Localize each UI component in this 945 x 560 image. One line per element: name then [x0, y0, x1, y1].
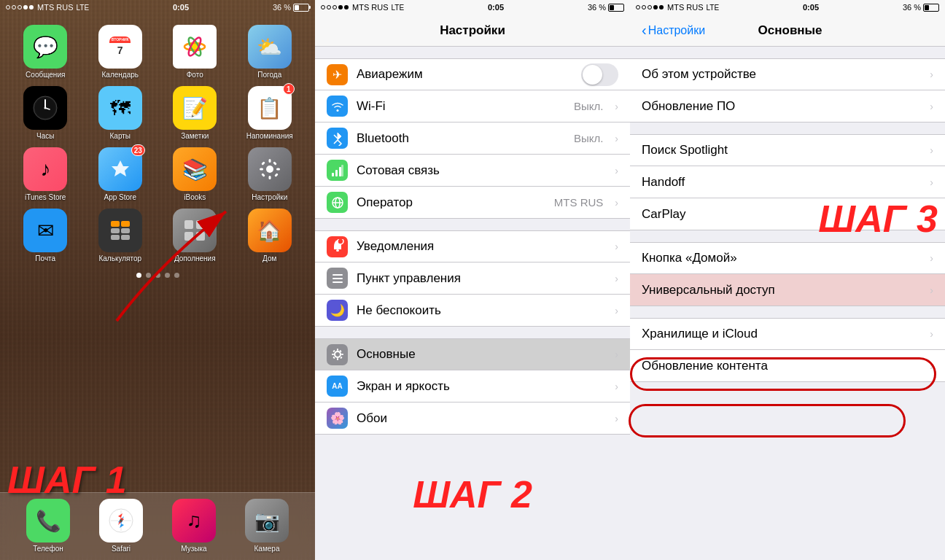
- svg-rect-15: [274, 173, 279, 177]
- control-chevron: ›: [615, 273, 618, 284]
- general-cell-update[interactable]: Обновление ПО ›: [630, 90, 945, 122]
- page-dots: [0, 273, 315, 278]
- control-icon: [327, 268, 348, 289]
- app-calendar[interactable]: ВТОРНИК 7 Календарь: [87, 25, 155, 79]
- wallpaper-icon: 🌸: [327, 408, 348, 429]
- spotlight-chevron: ›: [930, 144, 933, 156]
- settings-cell-wallpaper[interactable]: 🌸 Обои ›: [315, 402, 630, 435]
- battery-percent-1: 36 %: [273, 3, 291, 12]
- settings-group2: Уведомления › Пункт управления › 🌙 Не: [315, 230, 630, 327]
- airplane-icon: ✈: [327, 64, 348, 85]
- settings-cell-airplane[interactable]: ✈ Авиарежим: [315, 58, 630, 90]
- svg-rect-11: [268, 176, 271, 179]
- notifications-label: Уведомления: [357, 239, 606, 254]
- app-itunes-icon: ♪: [23, 147, 67, 191]
- bgupdate-label: Обновление контента: [642, 359, 921, 373]
- app-clock[interactable]: Часы: [12, 86, 79, 140]
- display-icon: AA: [327, 376, 348, 397]
- cellular-icon: [327, 160, 348, 181]
- airplane-toggle[interactable]: [581, 63, 618, 86]
- general-cell-homebutton[interactable]: Кнопка «Домой» ›: [630, 242, 945, 274]
- app-settings-icon: [248, 147, 292, 191]
- svg-rect-18: [111, 221, 120, 227]
- cal-weekday: ВТОРНИК: [109, 36, 131, 43]
- settings-cell-notifications[interactable]: Уведомления ›: [315, 230, 630, 262]
- app-appstore[interactable]: 23 App Store: [87, 147, 155, 201]
- svg-rect-45: [332, 274, 343, 276]
- svg-rect-20: [111, 228, 120, 233]
- iphone-settings: MTS RUS LTE 0:05 36 % Настройки ✈ Авиаре…: [315, 0, 630, 560]
- operator-label: Оператор: [357, 195, 545, 210]
- step1-label: ШАГ 1: [7, 458, 127, 502]
- general-cell-handoff[interactable]: Handoff ›: [630, 166, 945, 198]
- dock-camera[interactable]: 📷 Камера: [245, 499, 289, 553]
- network-label: LTE: [77, 4, 90, 12]
- general-cell-spotlight[interactable]: Поиск Spotlight ›: [630, 134, 945, 166]
- app-home[interactable]: 🏠 Дом: [236, 209, 304, 262]
- app-calc-label: Калькулятор: [98, 254, 141, 262]
- settings-nav-bar: Настройки: [315, 15, 630, 47]
- bluetooth-label: Bluetooth: [357, 131, 565, 146]
- app-settings[interactable]: Настройки: [236, 147, 304, 201]
- dock-music[interactable]: ♫ Музыка: [172, 499, 216, 553]
- app-photos[interactable]: Фото: [161, 25, 229, 79]
- page-dot-4: [165, 273, 170, 278]
- settings-cell-display[interactable]: AA Экран и яркость ›: [315, 370, 630, 402]
- svg-rect-46: [332, 278, 343, 279]
- general-cell-bgupdate[interactable]: Обновление контента ›: [630, 350, 945, 382]
- app-itunes[interactable]: ♪ iTunes Store: [12, 147, 79, 201]
- app-weather-label: Погода: [257, 71, 281, 79]
- update-chevron: ›: [930, 101, 933, 112]
- app-notes-label: Заметки: [181, 132, 209, 140]
- dock-phone-icon: 📞: [26, 499, 70, 542]
- settings-cell-operator[interactable]: Оператор MTS RUS ›: [315, 187, 630, 219]
- settings-cell-cellular[interactable]: Сотовая связь ›: [315, 155, 630, 187]
- dock: 📞 Телефон Safari ♫ Музыка 📷: [0, 492, 315, 560]
- app-grid: 💬 Сообщения ВТОРНИК 7 Календарь: [0, 18, 315, 270]
- app-ibooks-label: iBooks: [184, 193, 206, 201]
- settings-cell-general[interactable]: Основные ›: [315, 338, 630, 370]
- step2-label: ШАГ 2: [413, 472, 532, 516]
- network-label-2: LTE: [392, 4, 405, 12]
- settings-cell-wifi[interactable]: Wi-Fi Выкл. ›: [315, 90, 630, 122]
- app-maps[interactable]: 🗺 Карты: [87, 86, 155, 140]
- app-reminders[interactable]: 📋 1 Напоминания: [236, 86, 304, 140]
- app-extras[interactable]: Дополнения: [161, 209, 229, 262]
- settings-cell-bluetooth[interactable]: Bluetooth Выкл. ›: [315, 122, 630, 155]
- general-nav-bar: ‹ Настройки Основные: [630, 15, 945, 47]
- about-label: Об этом устройстве: [642, 67, 921, 82]
- dock-safari[interactable]: Safari: [99, 499, 143, 553]
- app-notes[interactable]: 📝 Заметки: [161, 86, 229, 140]
- operator-icon: [327, 192, 348, 213]
- app-messages[interactable]: 💬 Сообщения: [12, 25, 79, 79]
- signal-dots: [6, 5, 34, 9]
- accessibility-chevron: ›: [930, 284, 933, 296]
- general-cell-about[interactable]: Об этом устройстве ›: [630, 58, 945, 90]
- app-ibooks[interactable]: 📚 iBooks: [161, 147, 229, 201]
- svg-rect-16: [273, 161, 277, 166]
- general-cell-accessibility[interactable]: Универсальный доступ ›: [630, 274, 945, 306]
- back-label: Настройки: [648, 24, 705, 37]
- dock-phone[interactable]: 📞 Телефон: [26, 499, 70, 553]
- app-weather[interactable]: ⛅ Погода: [236, 25, 304, 79]
- app-mail[interactable]: ✉ Почта: [12, 209, 79, 262]
- back-button[interactable]: ‹ Настройки: [642, 22, 705, 39]
- svg-rect-10: [268, 159, 271, 163]
- operator-value: MTS RUS: [554, 196, 604, 209]
- svg-rect-51: [337, 358, 338, 360]
- settings-cell-control[interactable]: Пункт управления ›: [315, 262, 630, 295]
- wifi-value: Выкл.: [574, 100, 603, 112]
- svg-rect-43: [336, 249, 339, 252]
- app-maps-icon: 🗺: [98, 86, 142, 130]
- settings-cell-dnd[interactable]: 🌙 Не беспокоить ›: [315, 295, 630, 327]
- settings-title: Настройки: [440, 23, 505, 38]
- storage-label: Хранилище и iCloud: [642, 327, 921, 341]
- general-cell-storage[interactable]: Хранилище и iCloud ›: [630, 318, 945, 350]
- svg-rect-23: [121, 235, 130, 240]
- time-label-2: 0:05: [488, 3, 504, 12]
- svg-rect-37: [335, 170, 338, 176]
- app-calc[interactable]: Калькулятор: [87, 209, 155, 262]
- bluetooth-value: Выкл.: [574, 132, 603, 144]
- svg-rect-52: [332, 354, 334, 355]
- spotlight-label: Поиск Spotlight: [642, 143, 921, 158]
